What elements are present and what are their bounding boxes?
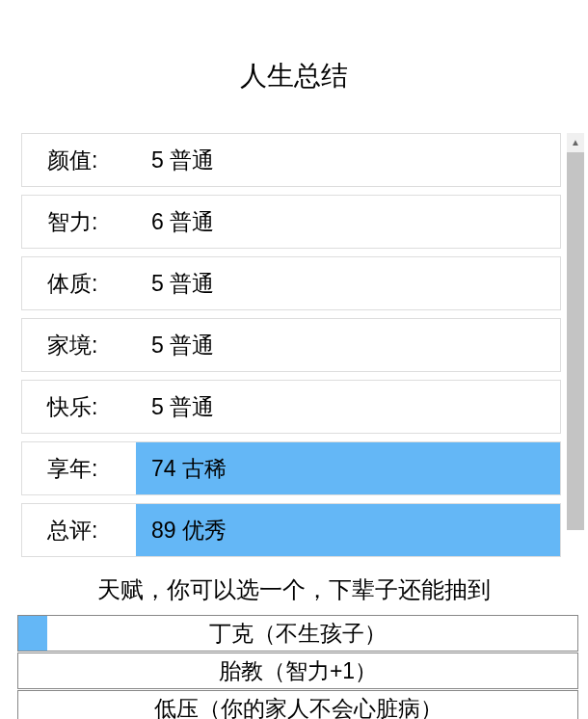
stat-label: 体质: <box>22 269 136 299</box>
stat-value: 6 普通 <box>136 196 560 248</box>
stat-row: 总评:89 优秀 <box>21 503 561 557</box>
talent-section: 天赋，你可以选一个，下辈子还能抽到 丁克（不生孩子）胎教（智力+1）低压（你的家… <box>0 567 588 719</box>
stat-row: 颜值:5 普通 <box>21 133 561 187</box>
stat-label: 颜值: <box>22 146 136 175</box>
talent-item-label: 丁克（不生孩子） <box>209 619 387 649</box>
stat-value: 5 普通 <box>136 319 560 371</box>
stat-label: 总评: <box>22 516 136 546</box>
stat-label: 享年: <box>22 454 136 484</box>
stat-value: 5 普通 <box>136 381 560 433</box>
stat-value: 5 普通 <box>136 134 560 186</box>
talent-item[interactable]: 低压（你的家人不会心脏病） <box>17 690 578 719</box>
stat-row: 家境:5 普通 <box>21 318 561 372</box>
scrollbar-thumb[interactable] <box>567 152 584 530</box>
talent-title: 天赋，你可以选一个，下辈子还能抽到 <box>0 567 588 615</box>
stat-row: 智力:6 普通 <box>21 195 561 249</box>
stat-row: 体质:5 普通 <box>21 256 561 310</box>
talent-item[interactable]: 丁克（不生孩子） <box>17 615 578 652</box>
main-container: 人生总结 颜值:5 普通智力:6 普通体质:5 普通家境:5 普通快乐:5 普通… <box>0 0 588 719</box>
scrollbar-arrow-up-icon[interactable]: ▲ <box>567 133 584 150</box>
stat-value: 74 古稀 <box>136 442 560 494</box>
talent-item[interactable]: 胎教（智力+1） <box>17 652 578 689</box>
stat-label: 快乐: <box>22 392 136 422</box>
stat-value: 89 优秀 <box>136 504 560 556</box>
talent-item-label: 低压（你的家人不会心脏病） <box>154 694 442 720</box>
stats-list: 颜值:5 普通智力:6 普通体质:5 普通家境:5 普通快乐:5 普通享年:74… <box>21 133 561 557</box>
talent-item-label: 胎教（智力+1） <box>219 656 377 686</box>
stat-label: 家境: <box>22 331 136 360</box>
stat-value: 5 普通 <box>136 257 560 309</box>
stat-row: 快乐:5 普通 <box>21 380 561 434</box>
stat-label: 智力: <box>22 207 136 237</box>
talent-list: 丁克（不生孩子）胎教（智力+1）低压（你的家人不会心脏病） <box>17 615 578 719</box>
page-title: 人生总结 <box>0 58 588 94</box>
scroll-area: 颜值:5 普通智力:6 普通体质:5 普通家境:5 普通快乐:5 普通享年:74… <box>0 133 588 557</box>
stat-row: 享年:74 古稀 <box>21 441 561 495</box>
